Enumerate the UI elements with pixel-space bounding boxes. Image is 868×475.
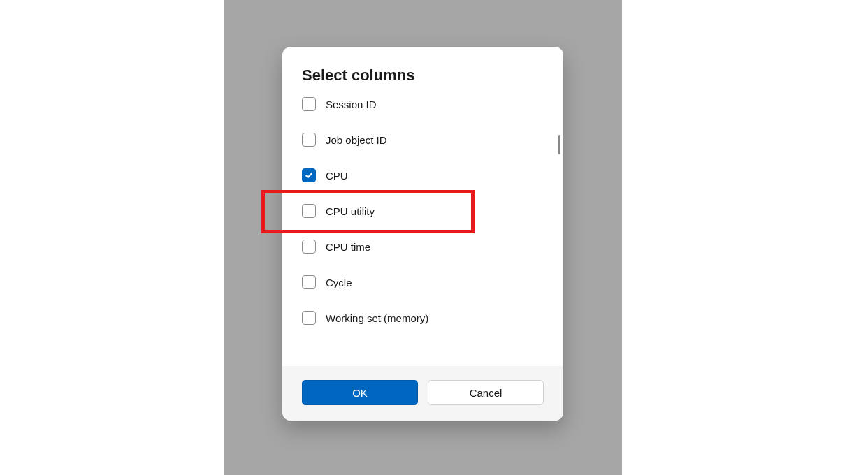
option-cpu-time[interactable]: CPU time [302, 240, 544, 254]
option-cycle[interactable]: Cycle [302, 275, 544, 289]
option-job-object-id[interactable]: Job object ID [302, 133, 544, 147]
checkbox-icon[interactable] [302, 311, 316, 325]
checkbox-icon[interactable] [302, 275, 316, 289]
checkbox-icon[interactable] [302, 204, 316, 218]
ok-button[interactable]: OK [302, 380, 418, 405]
option-session-id[interactable]: Session ID [302, 97, 544, 111]
option-working-set-memory[interactable]: Working set (memory) [302, 311, 544, 325]
checkbox-icon[interactable] [302, 133, 316, 147]
option-cpu-utility[interactable]: CPU utility [302, 204, 544, 218]
select-columns-dialog: Select columns Session ID Job object ID … [282, 47, 563, 421]
option-cpu[interactable]: CPU [302, 168, 544, 182]
option-label: CPU [326, 170, 348, 182]
scrollbar-thumb[interactable] [558, 135, 560, 154]
option-label: Session ID [326, 98, 377, 110]
column-options-list: Session ID Job object ID CPU CPU utility… [302, 97, 544, 325]
cancel-button[interactable]: Cancel [428, 380, 544, 405]
option-label: CPU time [326, 241, 370, 253]
option-label: Job object ID [326, 134, 387, 146]
checkbox-checked-icon[interactable] [302, 168, 316, 182]
checkbox-icon[interactable] [302, 97, 316, 111]
dialog-body: Select columns Session ID Job object ID … [282, 47, 563, 366]
dialog-footer: OK Cancel [282, 366, 563, 421]
option-label: CPU utility [326, 205, 375, 217]
dialog-title: Select columns [302, 66, 544, 85]
option-label: Cycle [326, 277, 352, 288]
option-label: Working set (memory) [326, 312, 428, 324]
checkbox-icon[interactable] [302, 240, 316, 254]
